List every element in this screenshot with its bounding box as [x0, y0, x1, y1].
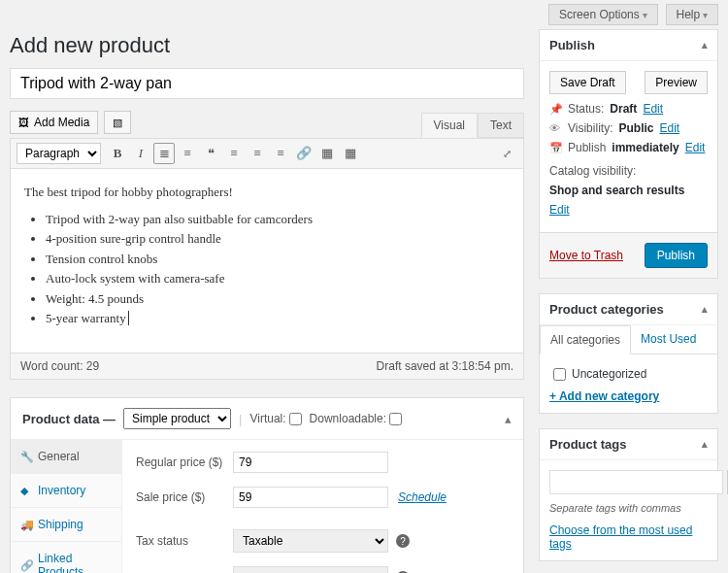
italic-icon[interactable]: I — [130, 143, 151, 164]
publish-heading: Publish — [549, 38, 595, 52]
pd-tab-linked[interactable]: 🔗Linked Products — [11, 542, 121, 573]
sale-price-label: Sale price ($) — [136, 490, 233, 504]
edit-visibility-link[interactable]: Edit — [659, 121, 679, 135]
tab-most-used[interactable]: Most Used — [631, 325, 706, 354]
save-draft-button[interactable]: Save Draft — [549, 71, 626, 94]
add-media-button[interactable]: Add Media — [10, 111, 98, 134]
cube-icon — [113, 116, 122, 129]
schedule-link[interactable]: Schedule — [398, 490, 447, 504]
eye-icon: 👁 — [549, 122, 562, 134]
content-bullet: Weight: 4.5 pounds — [46, 289, 510, 309]
more-icon[interactable]: ▦ — [316, 143, 338, 164]
text-cursor — [125, 311, 129, 325]
panel-toggle-icon[interactable]: ▴ — [702, 438, 708, 451]
product-title-input[interactable] — [10, 68, 524, 99]
bullet-list-icon[interactable]: ≣ — [153, 143, 175, 164]
autosave-status: Draft saved at 3:18:54 pm. — [377, 359, 513, 373]
product-data-heading: Product data — — [22, 412, 116, 426]
page-title: Add new product — [10, 33, 524, 58]
tags-hint: Separate tags with commas — [549, 502, 708, 514]
category-label: Uncategorized — [572, 367, 646, 381]
fullscreen-icon[interactable]: ⤢ — [496, 143, 517, 164]
pd-tab-shipping[interactable]: 🚚Shipping — [11, 508, 121, 542]
panel-toggle-icon[interactable]: ▴ — [505, 412, 512, 426]
content-intro: The best tripod for hobby photographers! — [24, 183, 510, 202]
content-bullet: Tripod with 2-way pan also suitbable for… — [46, 210, 510, 229]
toolbar-toggle-icon[interactable]: ▦ — [340, 143, 361, 164]
tab-visual[interactable]: Visual — [421, 113, 478, 138]
panel-toggle-icon[interactable]: ▴ — [702, 39, 708, 51]
choose-tags-link[interactable]: Choose from the most used tags — [549, 523, 708, 551]
screen-options-button[interactable]: Screen Options — [548, 4, 658, 25]
align-right-icon[interactable]: ≡ — [270, 143, 291, 164]
panel-toggle-icon[interactable]: ▴ — [702, 303, 708, 316]
downloadable-label: Downloadable: — [310, 412, 402, 425]
link-icon: 🔗 — [20, 559, 32, 572]
editor-toolbar: Paragraph B I ≣ ≡ ❝ ≡ ≡ ≡ 🔗 ▦ ▦ ⤢ — [10, 138, 524, 169]
preview-button[interactable]: Preview — [645, 71, 708, 94]
edit-status-link[interactable]: Edit — [643, 102, 663, 116]
tag-input[interactable] — [549, 470, 723, 494]
align-left-icon[interactable]: ≡ — [223, 143, 245, 164]
bold-icon[interactable]: B — [107, 143, 128, 164]
content-bullet: Tension control knobs — [46, 250, 510, 269]
block-button[interactable] — [104, 111, 131, 134]
media-icon — [18, 116, 29, 129]
content-bullet: Auto-lock system with camera-safe — [46, 269, 510, 288]
help-button[interactable]: Help — [666, 4, 718, 25]
virtual-checkbox[interactable] — [289, 413, 302, 425]
truck-icon: 🚚 — [20, 519, 32, 531]
tax-status-label: Tax status — [136, 534, 233, 548]
quote-icon[interactable]: ❝ — [200, 143, 221, 164]
tab-all-categories[interactable]: All categories — [540, 325, 631, 354]
pd-tab-inventory[interactable]: ◆Inventory — [11, 474, 121, 508]
editor-content[interactable]: The best tripod for hobby photographers!… — [10, 169, 524, 354]
categories-heading: Product categories — [549, 302, 664, 317]
calendar-icon: 📅 — [549, 142, 562, 154]
tags-heading: Product tags — [549, 437, 626, 452]
regular-price-label: Regular price ($) — [136, 455, 233, 469]
content-bullet: 4-position sure-grip control handle — [46, 229, 510, 249]
publish-button[interactable]: Publish — [645, 243, 708, 268]
format-select[interactable]: Paragraph — [17, 143, 101, 164]
help-icon[interactable]: ? — [396, 534, 410, 548]
align-center-icon[interactable]: ≡ — [247, 143, 268, 164]
tax-class-select[interactable]: Standard — [233, 566, 388, 573]
edit-publish-link[interactable]: Edit — [685, 141, 706, 154]
virtual-label: Virtual: — [249, 412, 301, 425]
downloadable-checkbox[interactable] — [389, 413, 402, 425]
tab-text[interactable]: Text — [478, 113, 524, 138]
uncategorized-checkbox[interactable] — [553, 368, 566, 381]
add-category-link[interactable]: + Add new category — [549, 389, 659, 403]
product-type-select[interactable]: Simple product — [123, 408, 231, 429]
move-to-trash-link[interactable]: Move to Trash — [549, 249, 623, 262]
link-icon[interactable]: 🔗 — [293, 143, 314, 164]
pin-icon: 📌 — [549, 103, 562, 116]
word-count: Word count: 29 — [20, 359, 99, 373]
pd-tab-general[interactable]: 🔧General — [11, 440, 121, 474]
content-bullet: 5-year warranty — [46, 309, 510, 328]
tax-status-select[interactable]: Taxable — [233, 529, 388, 553]
wrench-icon: 🔧 — [20, 451, 32, 463]
numbered-list-icon[interactable]: ≡ — [177, 143, 198, 164]
edit-catalog-link[interactable]: Edit — [549, 203, 570, 217]
regular-price-input[interactable] — [233, 452, 388, 473]
inventory-icon: ◆ — [20, 485, 32, 497]
sale-price-input[interactable] — [233, 487, 388, 508]
